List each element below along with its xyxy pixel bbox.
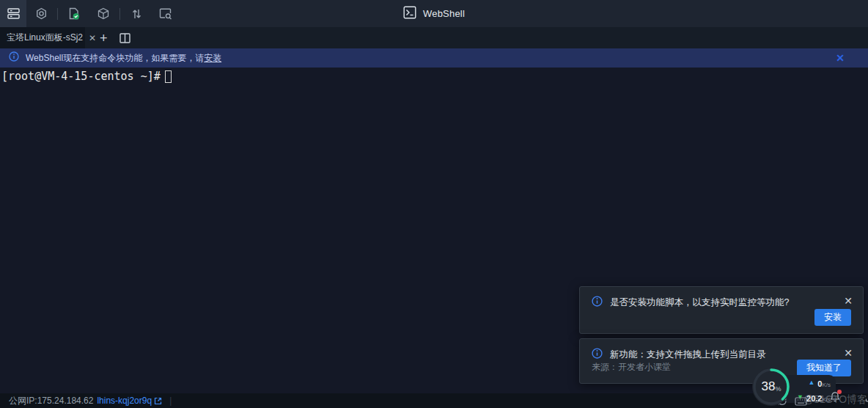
upload-arrow-icon: ▲ xyxy=(808,379,814,387)
banner-install-link[interactable]: 安装 xyxy=(204,53,221,63)
banner-close-icon[interactable]: ✕ xyxy=(836,53,845,63)
toast-message: 新功能：支持文件拖拽上传到当前目录 xyxy=(610,349,766,361)
info-icon xyxy=(592,348,603,362)
tabbar: 宝塔Linux面板-sSj2 ✕ + xyxy=(0,27,868,48)
package-box-icon xyxy=(98,7,109,20)
settings-gear-icon xyxy=(35,7,48,20)
terminal-prompt: [root@VM-4-15-centos ~]# xyxy=(1,70,161,83)
file-check-button[interactable] xyxy=(59,0,89,27)
tab-close-icon[interactable]: ✕ xyxy=(89,34,96,43)
tab-bt-panel[interactable]: 宝塔Linux面板-sSj2 ✕ xyxy=(0,27,85,48)
statusbar: 公网IP:175.24.184.62 lhins-kqj2or9q | xyxy=(0,393,868,408)
terminal-prompt-line: [root@VM-4-15-centos ~]# xyxy=(1,70,867,83)
toast-install-script: 是否安装功能脚本，以支持实时监控等功能? ✕ 安装 xyxy=(579,286,864,334)
toolbar-divider xyxy=(57,8,58,20)
info-banner: WebShell现在支持命令块功能，如果需要，请安装 ✕ xyxy=(0,48,868,68)
gauge-label: 38 % xyxy=(751,366,792,407)
gauge-percent-sign: % xyxy=(775,385,781,393)
terminal-icon xyxy=(403,6,416,22)
terminal-cursor xyxy=(165,70,172,83)
server-list-button[interactable] xyxy=(0,0,26,27)
toast-close-icon[interactable]: ✕ xyxy=(844,296,853,306)
gauge-percent-value: 38 xyxy=(762,379,776,394)
notification-badge xyxy=(837,390,842,394)
download-button[interactable] xyxy=(865,392,868,404)
toast-header: 是否安装功能脚本，以支持实时监控等功能? ✕ xyxy=(580,287,863,310)
window-search-button[interactable] xyxy=(151,0,180,27)
topbar-title-group: WebShell xyxy=(403,0,465,27)
webshell-app: WebShell 宝塔Linux面板-sSj2 ✕ + WebShell现在支持… xyxy=(0,0,868,408)
banner-message: WebShell现在支持命令块功能，如果需要，请安装 xyxy=(26,52,221,65)
toolbar-divider xyxy=(119,8,120,20)
settings-button[interactable] xyxy=(26,0,56,27)
new-tab-button[interactable]: + xyxy=(100,32,108,45)
download-icon xyxy=(865,392,868,402)
notification-bell-button[interactable] xyxy=(830,391,840,404)
public-ip-label: 公网IP:175.24.184.62 xyxy=(9,395,93,407)
file-check-icon xyxy=(67,7,81,21)
got-it-button[interactable]: 我知道了 xyxy=(797,360,851,376)
tab-label: 宝塔Linux面板-sSj2 xyxy=(7,32,83,44)
topbar-toolbar xyxy=(0,0,180,27)
install-button[interactable]: 安装 xyxy=(814,309,851,326)
toast-source-label: 来源：开发者小课堂 xyxy=(592,361,671,374)
sort-arrows-icon xyxy=(131,8,142,20)
statusbar-divider: | xyxy=(169,396,172,406)
toast-close-icon[interactable]: ✕ xyxy=(844,348,853,358)
topbar: WebShell xyxy=(0,0,868,27)
toast-header: 新功能：支持文件拖拽上传到当前目录 ✕ xyxy=(580,339,863,362)
upload-unit: K/s xyxy=(822,382,831,388)
split-columns-icon xyxy=(119,33,130,43)
split-view-button[interactable] xyxy=(119,33,130,43)
package-button[interactable] xyxy=(89,0,118,27)
info-icon xyxy=(592,296,603,310)
info-icon xyxy=(9,51,19,65)
resource-gauge[interactable]: 38 % xyxy=(751,366,792,407)
toast-message: 是否安装功能脚本，以支持实时监控等功能? xyxy=(610,296,789,309)
instance-link[interactable]: lhins-kqj2or9q xyxy=(97,396,162,406)
watermark: @51CTO博客 xyxy=(803,393,867,407)
server-list-icon xyxy=(7,8,20,19)
page-title: WebShell xyxy=(423,8,465,19)
sort-button[interactable] xyxy=(122,0,151,27)
window-search-icon xyxy=(159,8,172,20)
external-link-icon xyxy=(154,397,162,405)
